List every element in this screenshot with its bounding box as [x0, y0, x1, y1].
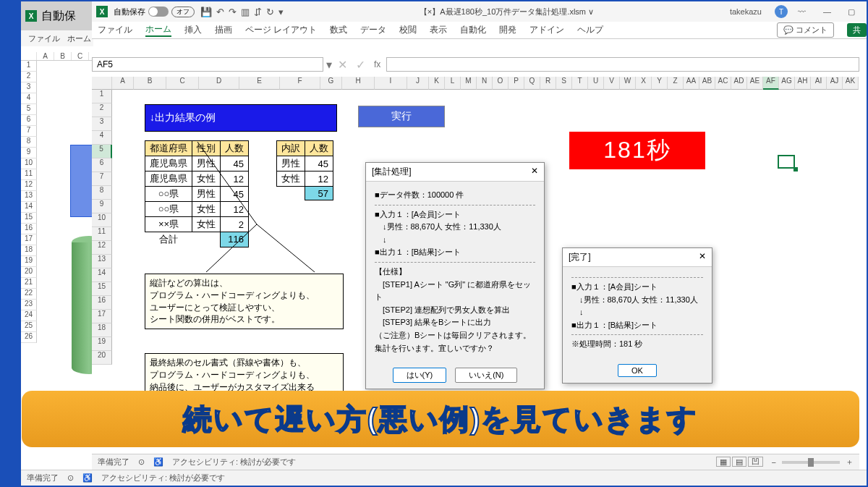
row-header[interactable]: 15	[92, 282, 112, 296]
dropdown-icon[interactable]: ▾	[278, 7, 284, 17]
row-header[interactable]: 12	[92, 241, 112, 255]
col-header[interactable]: AD	[731, 77, 747, 90]
row-header[interactable]: 11	[92, 227, 112, 241]
user-name[interactable]: takekazu	[730, 7, 762, 16]
tab-developer[interactable]: 開発	[499, 24, 516, 36]
row-header[interactable]: 14	[92, 268, 112, 282]
row-header[interactable]: 20	[92, 351, 112, 365]
row-header[interactable]: 5	[92, 145, 112, 158]
rbg-tab[interactable]: ファイル	[28, 33, 60, 44]
col-header[interactable]: AE	[747, 77, 763, 90]
tab-data[interactable]: データ	[360, 24, 386, 36]
col-header[interactable]: E	[239, 77, 280, 90]
col-header[interactable]: V	[604, 77, 620, 90]
col-header[interactable]: X	[636, 77, 652, 90]
save-icon[interactable]: 💾	[200, 7, 212, 17]
close-icon[interactable]: ✕	[699, 251, 706, 263]
fx-confirm-icon[interactable]: ✓	[353, 58, 368, 72]
col-header-bg[interactable]: A	[37, 52, 54, 60]
ribbon-mode-icon[interactable]: 〰	[798, 7, 806, 16]
row-header[interactable]: 18	[92, 323, 112, 337]
row-header[interactable]: 4	[92, 131, 112, 145]
share-button[interactable]: 共	[847, 23, 867, 37]
col-header[interactable]: B	[134, 77, 166, 90]
row-header[interactable]: 3	[92, 117, 112, 131]
row-header[interactable]: 17	[92, 310, 112, 323]
comments-button[interactable]: 💬 コメント	[777, 22, 834, 38]
autosave-toggle[interactable]: 自動保存 オフ	[114, 7, 195, 17]
user-avatar[interactable]: T	[775, 5, 788, 18]
row-header[interactable]: 6	[92, 158, 112, 172]
rbg-tab[interactable]: ホーム	[67, 33, 91, 44]
tab-file[interactable]: ファイル	[98, 24, 132, 36]
col-header[interactable]: N	[477, 77, 493, 90]
tab-draw[interactable]: 描画	[215, 24, 232, 36]
namebox-dropdown-icon[interactable]: ▾	[326, 58, 332, 72]
col-header[interactable]: W	[620, 77, 636, 90]
name-box[interactable]	[92, 57, 323, 72]
col-header[interactable]: S	[556, 77, 572, 90]
tab-automate[interactable]: 自動化	[460, 24, 486, 36]
macro-rec-icon[interactable]: ⊙	[138, 457, 145, 467]
row-header[interactable]: 7	[92, 172, 112, 186]
col-header[interactable]: F	[280, 77, 320, 90]
tab-home[interactable]: ホーム	[145, 23, 171, 37]
col-header[interactable]: AB	[699, 77, 715, 90]
macro-rec-icon[interactable]: ⊙	[67, 473, 74, 483]
col-header[interactable]: AF	[763, 77, 779, 90]
redo-icon[interactable]: ↷	[229, 7, 237, 17]
col-header[interactable]: A	[112, 77, 134, 90]
row-header[interactable]: 16	[92, 296, 112, 310]
qat-icon[interactable]: ▥	[241, 7, 250, 17]
col-header[interactable]: L	[445, 77, 461, 90]
col-header[interactable]: Q	[524, 77, 540, 90]
tab-formula[interactable]: 数式	[330, 24, 347, 36]
col-header[interactable]: Z	[668, 77, 684, 90]
execute-button[interactable]: 実行	[358, 106, 445, 127]
row-header[interactable]: 1	[92, 90, 112, 103]
col-header[interactable]: K	[429, 77, 445, 90]
filename[interactable]: 【×】A最遅180秒_10万件データ集計処理.xlsm ∨	[289, 7, 724, 17]
ok-button[interactable]: OK	[618, 364, 657, 377]
row-header[interactable]: 10	[92, 213, 112, 227]
col-header[interactable]: H	[342, 77, 375, 90]
qat-icon[interactable]: ↻	[266, 7, 274, 17]
tab-review[interactable]: 校閲	[399, 24, 417, 36]
col-header[interactable]: J	[407, 77, 429, 90]
active-cell-marker[interactable]	[778, 155, 795, 169]
tab-insert[interactable]: 挿入	[184, 24, 202, 36]
toggle-icon[interactable]	[148, 7, 169, 17]
qat-icon[interactable]: ⇵	[254, 7, 262, 17]
select-all-corner[interactable]	[92, 77, 112, 90]
maximize-icon[interactable]: ▢	[841, 7, 862, 16]
accessibility-status-bg[interactable]: アクセシビリティ: 検討が必要です	[101, 473, 225, 483]
col-header[interactable]: AK	[843, 77, 859, 90]
minimize-icon[interactable]: —	[816, 7, 838, 16]
zoom-controls[interactable]: −＋	[772, 457, 854, 467]
col-header-bg[interactable]: B	[54, 52, 72, 60]
fx-icon[interactable]: fx	[371, 59, 383, 69]
yes-button[interactable]: はい(Y)	[393, 368, 447, 383]
col-header[interactable]: AG	[779, 77, 795, 90]
col-header[interactable]: T	[572, 77, 588, 90]
row-header[interactable]: 13	[92, 255, 112, 268]
col-header[interactable]: AI	[811, 77, 827, 90]
col-header[interactable]: AC	[715, 77, 731, 90]
col-header[interactable]: AA	[684, 77, 699, 90]
row-header[interactable]: 8	[92, 186, 112, 200]
accessibility-status[interactable]: アクセシビリティ: 検討が必要です	[172, 457, 296, 467]
row-header[interactable]: 2	[92, 103, 112, 117]
formula-input[interactable]	[386, 57, 859, 72]
fx-cancel-icon[interactable]: ✕	[335, 58, 350, 72]
col-header[interactable]: O	[493, 77, 509, 90]
col-header[interactable]: Y	[652, 77, 668, 90]
col-header[interactable]: R	[540, 77, 556, 90]
col-header[interactable]: U	[588, 77, 604, 90]
col-header[interactable]: C	[166, 77, 199, 90]
col-header[interactable]: P	[509, 77, 524, 90]
col-header[interactable]: D	[199, 77, 239, 90]
col-header[interactable]: G	[320, 77, 342, 90]
access-icon[interactable]: ♿	[82, 473, 93, 483]
tab-help[interactable]: ヘルプ	[577, 24, 603, 36]
tab-view[interactable]: 表示	[430, 24, 447, 36]
